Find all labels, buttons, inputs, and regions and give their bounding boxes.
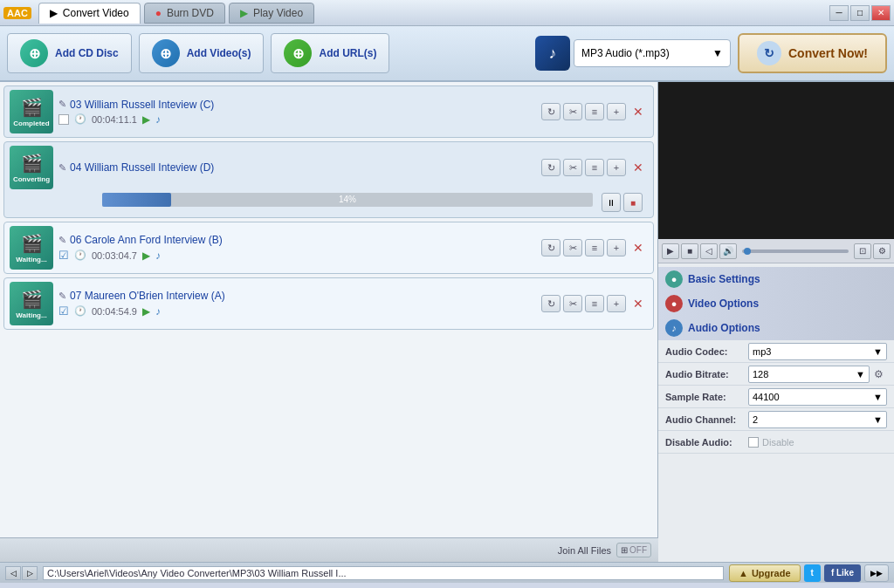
list-item: 🎬 Converting ✎ 04 William Russell Intevi… [3,141,654,218]
play-button[interactable]: ▶ [662,243,679,259]
file-thumb: 🎬 Converting [10,146,53,189]
nav-next-button[interactable]: ▷ [22,566,38,580]
add-url-button[interactable]: ⊕ Add URL(s) [271,33,389,73]
file-name[interactable]: ✎ 04 William Russell Inteview (D) [58,161,536,174]
file-thumb: 🎬 Waiting... [10,282,53,325]
app-logo: AAC [3,7,31,19]
format-icon: ♪ [535,36,570,71]
audio-codec-select[interactable]: mp3 ▼ [748,343,887,360]
status-badge: Converting [13,175,50,183]
close-button[interactable]: ✕ [629,103,648,120]
refresh-button[interactable]: ↻ [541,295,560,312]
file-name[interactable]: ✎ 03 William Russell Inteview (C) [58,99,536,111]
add-button[interactable]: + [607,295,626,312]
close-button[interactable]: ✕ [871,5,891,21]
scissors-button[interactable]: ✂ [563,295,582,312]
convert-label: Convert Now! [788,46,868,60]
minimize-button[interactable]: ─ [829,5,849,21]
add-cd-button[interactable]: ⊕ Add CD Disc [7,33,132,73]
status-nav: ◁ ▷ [5,566,38,580]
video-icon: 🎬 [21,233,43,254]
main-content: 🎬 Completed ✎ 03 William Russell Intevie… [0,82,894,562]
upgrade-button[interactable]: ▲ Upgrade [729,564,801,582]
basic-settings-label: Basic Settings [688,273,760,285]
file-info: ✎ 06 Carole Ann Ford Interview (B) ☑ 🕐 0… [58,234,536,262]
convert-now-button[interactable]: ↻ Convert Now! [738,33,887,73]
rewind-button[interactable]: ◁ [700,243,718,259]
add-cd-icon: ⊕ [20,39,48,67]
nav-prev-button[interactable]: ◁ [5,566,21,580]
music-icon[interactable]: ♪ [155,305,161,318]
settings-button[interactable]: ≡ [585,295,604,312]
tab-burn-label: Burn DVD [167,7,214,19]
close-button[interactable]: ✕ [629,295,648,312]
play-icon[interactable]: ▶ [142,250,150,262]
status-actions: ▲ Upgrade t f Like ▶▶ [729,564,889,582]
stop-button[interactable]: ■ [623,193,643,212]
audio-bitrate-select[interactable]: 128 ▼ [748,366,870,383]
add-button[interactable]: + [607,103,626,120]
basic-settings-row[interactable]: ● Basic Settings [658,267,894,291]
refresh-button[interactable]: ↻ [541,239,560,256]
edit-icon: ✎ [58,99,66,110]
sample-rate-select[interactable]: 44100 ▼ [748,388,887,406]
add-button[interactable]: + [607,159,626,176]
tab-burn[interactable]: ● Burn DVD [144,3,225,24]
close-button[interactable]: ✕ [629,239,648,256]
play-icon[interactable]: ▶ [142,305,150,318]
checkbox-empty [58,114,69,125]
status-badge: Completed [13,120,49,127]
video-options-icon: ● [665,295,683,312]
facebook-button[interactable]: f Like [824,564,861,582]
file-list: 🎬 Completed ✎ 03 William Russell Intevie… [0,82,658,562]
video-options-row[interactable]: ● Video Options [658,291,894,316]
maximize-button[interactable]: □ [850,5,870,21]
file-thumb: 🎬 Completed [10,90,53,133]
settings-button[interactable]: ≡ [585,103,604,120]
twitter-button[interactable]: t [804,564,821,582]
close-button[interactable]: ✕ [629,159,648,176]
progress-text: 14% [339,193,356,207]
video-icon: 🎬 [21,153,43,174]
add-video-button[interactable]: ⊕ Add Video(s) [139,33,265,73]
file-actions: ↻ ✂ ≡ + ✕ [541,239,648,256]
gear-button[interactable]: ⚙ [870,366,887,383]
music-icon[interactable]: ♪ [155,250,161,262]
music-icon[interactable]: ♪ [155,113,161,126]
tab-convert[interactable]: ▶ Convert Video [38,3,141,24]
add-button[interactable]: + [607,239,626,256]
tab-convert-label: Convert Video [63,7,129,19]
format-selector: ♪ MP3 Audio (*.mp3) ▼ [535,36,731,71]
volume-button[interactable]: 🔊 [719,243,737,259]
format-dropdown[interactable]: MP3 Audio (*.mp3) ▼ [574,39,731,67]
file-actions: ↻ ✂ ≡ + ✕ [541,103,648,120]
preview-progress[interactable] [742,250,849,253]
more-button[interactable]: ▶▶ [864,564,889,582]
disable-audio-row: Disable Audio: Disable [658,431,894,454]
settings-button[interactable]: ≡ [585,239,604,256]
settings2-button[interactable]: ⚙ [873,243,891,259]
audio-options-row[interactable]: ♪ Audio Options [658,316,894,340]
pause-button[interactable]: ⏸ [602,193,621,212]
clock-icon: 🕐 [74,250,86,261]
join-all-controls: Join All Files ⊞ OFF [558,543,651,557]
settings-button[interactable]: ≡ [585,159,604,176]
audio-channel-select[interactable]: 2 ▼ [748,411,887,428]
file-name[interactable]: ✎ 07 Maureen O'Brien Interview (A) [58,290,536,302]
disable-audio-checkbox[interactable] [748,437,759,448]
scissors-button[interactable]: ✂ [563,159,582,176]
dropdown-arrow-icon: ▼ [873,392,883,402]
scissors-button[interactable]: ✂ [563,239,582,256]
stop-button[interactable]: ■ [681,243,698,259]
status-badge: Waiting... [16,256,46,263]
join-all-label: Join All Files [558,545,611,556]
scissors-button[interactable]: ✂ [563,103,582,120]
audio-options-icon: ♪ [665,319,683,337]
file-name[interactable]: ✎ 06 Carole Ann Ford Interview (B) [58,234,536,246]
refresh-button[interactable]: ↻ [541,159,560,176]
fb-label: f Like [831,568,854,578]
play-icon[interactable]: ▶ [142,113,150,126]
refresh-button[interactable]: ↻ [541,103,560,120]
screenshot-button[interactable]: ⊡ [854,243,871,259]
tab-play[interactable]: ▶ Play Video [229,3,314,24]
